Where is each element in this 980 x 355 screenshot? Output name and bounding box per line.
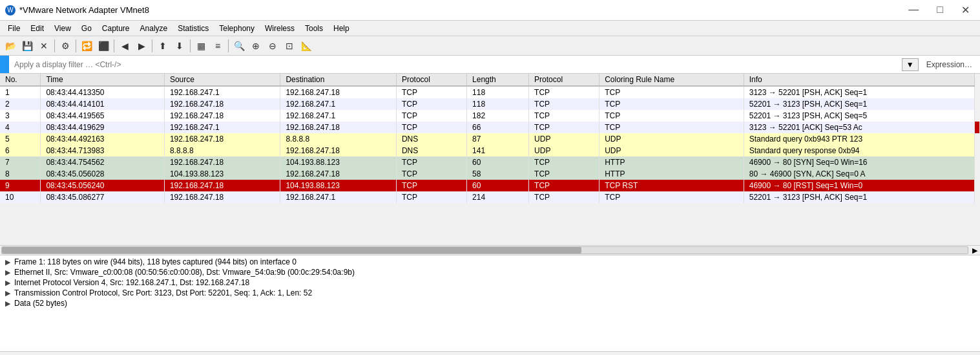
col-protocol: Protocol bbox=[396, 74, 466, 86]
table-cell: 192.168.247.1 bbox=[164, 122, 280, 133]
menu-item-go[interactable]: Go bbox=[76, 23, 97, 34]
col-coloring-rule: Coloring Rule Name bbox=[599, 74, 744, 86]
table-cell: 9 bbox=[0, 180, 41, 191]
detail-expand-icon[interactable]: ▶ bbox=[5, 268, 10, 277]
detail-expand-icon[interactable]: ▶ bbox=[5, 258, 10, 266]
table-row[interactable]: 708:43:44.754562192.168.247.18104.193.88… bbox=[0, 156, 980, 168]
detail-row[interactable]: ▶Transmission Control Protocol, Src Port… bbox=[0, 288, 980, 298]
hscroll-track[interactable] bbox=[1, 246, 968, 254]
table-cell: TCP bbox=[529, 110, 599, 122]
table-cell: TCP bbox=[396, 86, 466, 98]
table-cell: HTTP bbox=[599, 168, 744, 180]
menu-item-help[interactable]: Help bbox=[328, 23, 355, 34]
toolbar-grid[interactable]: ▦ bbox=[193, 38, 209, 54]
menu-item-view[interactable]: View bbox=[49, 23, 76, 34]
table-cell: 2 bbox=[0, 98, 41, 110]
col-length: Length bbox=[467, 74, 529, 86]
menu-item-statistics[interactable]: Statistics bbox=[172, 23, 214, 34]
table-cell: DNS bbox=[396, 133, 466, 145]
table-cell: 58 bbox=[467, 168, 529, 180]
table-row[interactable]: 908:43:45.056240192.168.247.18104.193.88… bbox=[0, 180, 980, 191]
table-cell: 3 bbox=[0, 110, 41, 122]
col-source: Source bbox=[164, 74, 280, 86]
toolbar-close[interactable]: ✕ bbox=[36, 38, 52, 54]
table-cell: TCP bbox=[529, 191, 599, 203]
filter-dropdown[interactable]: ▼ bbox=[902, 58, 919, 71]
table-row[interactable]: 308:43:44.419565192.168.247.18192.168.24… bbox=[0, 110, 980, 122]
table-row[interactable]: 208:43:44.414101192.168.247.18192.168.24… bbox=[0, 98, 980, 110]
toolbar-options[interactable]: ⚙ bbox=[57, 38, 73, 54]
table-row[interactable]: 608:43:44.7139838.8.8.8192.168.247.18DNS… bbox=[0, 145, 980, 156]
table-cell: 182 bbox=[467, 110, 529, 122]
table-row[interactable]: 508:43:44.492163192.168.247.188.8.8.8DNS… bbox=[0, 133, 980, 145]
toolbar-zoom-fit[interactable]: ⊡ bbox=[282, 38, 297, 54]
table-cell: 08:43:44.713983 bbox=[41, 145, 164, 156]
minimize-button[interactable]: — bbox=[903, 3, 924, 17]
table-cell: UDP bbox=[599, 145, 744, 156]
table-cell: 118 bbox=[467, 86, 529, 98]
menu-item-file[interactable]: File bbox=[3, 23, 25, 34]
detail-expand-icon[interactable]: ▶ bbox=[5, 289, 10, 297]
menu-item-tools[interactable]: Tools bbox=[300, 23, 328, 34]
titlebar: W *VMware Network Adapter VMnet8 — □ ✕ bbox=[0, 0, 980, 21]
detail-row[interactable]: ▶Internet Protocol Version 4, Src: 192.1… bbox=[0, 277, 980, 288]
col-protocol2: Protocol bbox=[529, 74, 599, 86]
horizontal-scrollbar[interactable]: ▶ bbox=[0, 245, 980, 255]
toolbar-open[interactable]: 📂 bbox=[3, 38, 18, 54]
menu-item-analyze[interactable]: Analyze bbox=[135, 23, 173, 34]
table-cell: TCP bbox=[396, 110, 466, 122]
table-cell: TCP bbox=[529, 156, 599, 168]
table-cell: 08:43:45.056240 bbox=[41, 180, 164, 191]
detail-row[interactable]: ▶Data (52 bytes) bbox=[0, 298, 980, 308]
close-button[interactable]: ✕ bbox=[956, 3, 975, 17]
toolbar-zoom-out[interactable]: ⊖ bbox=[265, 38, 280, 54]
toolbar-sep-2 bbox=[76, 39, 76, 52]
toolbar-resize[interactable]: 📐 bbox=[298, 38, 314, 54]
table-cell: 4 bbox=[0, 122, 41, 133]
toolbar-back[interactable]: ◀ bbox=[117, 38, 132, 54]
table-row[interactable]: 1008:43:45.086277192.168.247.18192.168.2… bbox=[0, 191, 980, 203]
hscroll-thumb[interactable] bbox=[2, 247, 581, 253]
toolbar-scroll-down[interactable]: ⬇ bbox=[172, 38, 187, 54]
toolbar-search[interactable]: 🔍 bbox=[231, 38, 247, 54]
menu-item-wireless[interactable]: Wireless bbox=[260, 23, 300, 34]
display-filter-input[interactable] bbox=[9, 56, 899, 73]
table-cell: 192.168.247.1 bbox=[280, 98, 397, 110]
table-cell: 192.168.247.18 bbox=[280, 168, 397, 180]
table-cell: 52201 → 3123 [PSH, ACK] Seq=5 bbox=[744, 110, 974, 122]
menubar: FileEditViewGoCaptureAnalyzeStatisticsTe… bbox=[0, 21, 980, 36]
toolbar-zoom-in[interactable]: ⊕ bbox=[248, 38, 264, 54]
table-cell: 52201 → 3123 [PSH, ACK] Seq=1 bbox=[744, 191, 974, 203]
menu-item-telephony[interactable]: Telephony bbox=[214, 23, 260, 34]
table-cell: TCP bbox=[529, 86, 599, 98]
table-row[interactable]: 408:43:44.419629192.168.247.1192.168.247… bbox=[0, 122, 980, 133]
detail-row[interactable]: ▶Ethernet II, Src: Vmware_c0:00:08 (00:5… bbox=[0, 267, 980, 277]
menu-item-capture[interactable]: Capture bbox=[97, 23, 135, 34]
table-cell: 192.168.247.1 bbox=[164, 86, 280, 98]
toolbar-save[interactable]: 💾 bbox=[19, 38, 35, 54]
table-row[interactable]: 808:43:45.056028104.193.88.123192.168.24… bbox=[0, 168, 980, 180]
detail-row[interactable]: ▶Frame 1: 118 bytes on wire (944 bits), … bbox=[0, 257, 980, 267]
toolbar-list[interactable]: ≡ bbox=[210, 38, 225, 54]
toolbar-sep-5 bbox=[190, 39, 191, 52]
toolbar-scroll-up[interactable]: ⬆ bbox=[155, 38, 171, 54]
maximize-button[interactable]: □ bbox=[932, 3, 948, 17]
hscroll-right-arrow[interactable]: ▶ bbox=[970, 246, 980, 255]
table-cell: 192.168.247.18 bbox=[164, 156, 280, 168]
menu-item-edit[interactable]: Edit bbox=[25, 23, 49, 34]
detail-text: Internet Protocol Version 4, Src: 192.16… bbox=[14, 278, 249, 287]
toolbar-forward[interactable]: ▶ bbox=[134, 38, 149, 54]
table-row[interactable]: 108:43:44.413350192.168.247.1192.168.247… bbox=[0, 86, 980, 98]
toolbar-stop[interactable]: ⬛ bbox=[96, 38, 111, 54]
table-cell: 8.8.8.8 bbox=[164, 145, 280, 156]
table-cell: 1 bbox=[0, 86, 41, 98]
header-row: No. Time Source Destination Protocol Len… bbox=[0, 74, 980, 86]
detail-expand-icon[interactable]: ▶ bbox=[5, 279, 10, 287]
table-cell: TCP RST bbox=[599, 180, 744, 191]
toolbar-sep-4 bbox=[152, 39, 152, 52]
expression-button[interactable]: Expression… bbox=[921, 59, 977, 70]
table-cell: 46900 → 80 [SYN] Seq=0 Win=16 bbox=[744, 156, 974, 168]
toolbar-restart[interactable]: 🔁 bbox=[79, 38, 94, 54]
detail-expand-icon[interactable]: ▶ bbox=[5, 299, 10, 308]
table-cell: Standard query 0xb943 PTR 123 bbox=[744, 133, 974, 145]
